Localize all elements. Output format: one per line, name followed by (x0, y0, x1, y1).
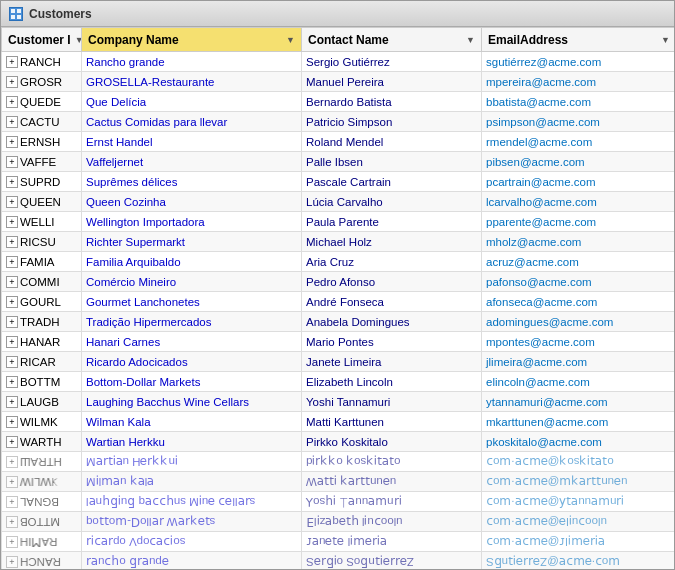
cell-company: GROSELLA-Restaurante (82, 72, 302, 92)
svg-rect-2 (11, 15, 15, 19)
cell-email: mpontes@acme.com (482, 332, 675, 352)
cell-contact: Paula Parente (302, 212, 482, 232)
svg-rect-1 (17, 9, 21, 13)
cell-email: pibsen@acme.com (482, 152, 675, 172)
table-body: +RANCHRancho grandeSergio Gutiérrezsguti… (2, 52, 675, 570)
cell-email: rmendel@acme.com (482, 132, 675, 152)
expand-button[interactable]: + (6, 236, 18, 248)
cell-id: +BOTTM (2, 372, 82, 392)
cell-company: Comércio Mineiro (82, 272, 302, 292)
cell-company: Ricardo Adocicados (82, 352, 302, 372)
cell-contact: Janete Limeira (302, 352, 482, 372)
cell-company: Cactus Comidas para llevar (82, 112, 302, 132)
cell-company: ɐlɐʞ uɐɯlᴉM (82, 472, 302, 492)
expand-button[interactable]: + (6, 256, 18, 268)
cell-email: pafonso@acme.com (482, 272, 675, 292)
cell-id: +RICAR (2, 352, 82, 372)
customers-table: Customer I ▼ Company Name ▼ Contact Name (1, 27, 674, 569)
table-row: +RANCHǝpuɐɹƃ oɥɔuɐɹZǝɹɹǝᴉʇnƃoS oᴉƃɹǝSɯoɔ… (2, 552, 675, 570)
col-header-email[interactable]: EmailAddress ▼ (482, 28, 675, 52)
cell-email: lcarvalho@acme.com (482, 192, 675, 212)
expand-button[interactable]: + (6, 396, 18, 408)
cell-id: +WARTH (2, 432, 82, 452)
cell-company: Familia Arquibaldo (82, 252, 302, 272)
table-row: +GOURLGourmet LanchonetesAndré Fonsecaaf… (2, 292, 675, 312)
cell-email: adomingues@acme.com (482, 312, 675, 332)
cell-contact: Bernardo Batista (302, 92, 482, 112)
cell-email: ɯoɔ·ǝɯɔɐ@ZǝɹɹǝᴉʇnƃS (482, 552, 675, 570)
expand-button[interactable]: + (6, 356, 18, 368)
table-row: +TRADHTradição HipermercadosAnabela Domi… (2, 312, 675, 332)
expand-button[interactable]: + (6, 436, 18, 448)
expand-button[interactable]: + (6, 376, 18, 388)
cell-email: ulooɔuᴉlǝ@ǝɯɔɐ·ɯoɔ (482, 512, 675, 532)
cell-id: +GROSR (2, 72, 82, 92)
expand-button[interactable]: + (6, 116, 18, 128)
cell-company: Bottom-Dollar Markets (82, 372, 302, 392)
cell-company: Queen Cozinha (82, 192, 302, 212)
cell-id: +HANAR (2, 332, 82, 352)
table-row: +MTTOBsʇǝʞɹɐW ɹɐlloᗡ-ɯoʇʇoqulooɔuᴉl ɥʇǝq… (2, 512, 675, 532)
cell-email: jlimeira@acme.com (482, 352, 675, 372)
expand-button[interactable]: + (6, 276, 18, 288)
cell-id: +COMMI (2, 272, 82, 292)
cell-id: +TRADH (2, 312, 82, 332)
window-title: Customers (29, 7, 92, 21)
expand-button[interactable]: + (6, 476, 18, 488)
table-row: +RAϺIHsoᴉɔɐɔopV opɹɐɔᴉɹɐᴉɹǝɯᴉl ǝʇǝuɐɾɐᴉɹ… (2, 532, 675, 552)
cell-company: Ernst Handel (82, 132, 302, 152)
cell-company: Tradição Hipermercados (82, 312, 302, 332)
expand-button[interactable]: + (6, 336, 18, 348)
cell-id: +RICSU (2, 232, 82, 252)
cell-id: +CACTU (2, 112, 82, 132)
expand-button[interactable]: + (6, 196, 18, 208)
cell-company: ᴉnʞʞɹǝH uɐᴉʇɹɐM (82, 452, 302, 472)
cell-email: psimpson@acme.com (482, 112, 675, 132)
expand-button[interactable]: + (6, 156, 18, 168)
cell-email: elincoln@acme.com (482, 372, 675, 392)
cell-contact: Lúcia Carvalho (302, 192, 482, 212)
data-table-container: Customer I ▼ Company Name ▼ Contact Name (1, 27, 674, 569)
col-sort-arrow-company: ▼ (286, 35, 295, 45)
cell-company: Richter Supermarkt (82, 232, 302, 252)
expand-button[interactable]: + (6, 296, 18, 308)
table-row: +GROSRGROSELLA-RestauranteManuel Pereira… (2, 72, 675, 92)
expand-button[interactable]: + (6, 516, 18, 528)
table-row: +QUEENQueen CozinhaLúcia Carvalholcarval… (2, 192, 675, 212)
expand-button[interactable]: + (6, 136, 18, 148)
expand-button[interactable]: + (6, 216, 18, 228)
cell-email: uǝunʇʇɹɐʞɯ@ǝɯɔɐ·ɯoɔ (482, 472, 675, 492)
svg-rect-0 (11, 9, 15, 13)
table-row: +ERNSHErnst HandelRoland Mendelrmendel@a… (2, 132, 675, 152)
cell-contact: Matti Karttunen (302, 412, 482, 432)
expand-button[interactable]: + (6, 496, 18, 508)
cell-email: pparente@acme.com (482, 212, 675, 232)
cell-id: +BGNAL (2, 492, 82, 512)
cell-email: ᴉɹnɯɐuuɐʇʎ@ǝɯɔɐ·ɯoɔ (482, 492, 675, 512)
cell-contact: Palle Ibsen (302, 152, 482, 172)
expand-button[interactable]: + (6, 556, 18, 568)
cell-company: Wartian Herkku (82, 432, 302, 452)
expand-button[interactable]: + (6, 316, 18, 328)
expand-button[interactable]: + (6, 176, 18, 188)
expand-button[interactable]: + (6, 536, 18, 548)
col-header-id[interactable]: Customer I ▼ (2, 28, 82, 52)
table-row: +WELLIWellington ImportadoraPaula Parent… (2, 212, 675, 232)
col-header-contact[interactable]: Contact Name ▼ (302, 28, 482, 52)
expand-button[interactable]: + (6, 56, 18, 68)
expand-button[interactable]: + (6, 96, 18, 108)
expand-button[interactable]: + (6, 456, 18, 468)
cell-email: afonseca@acme.com (482, 292, 675, 312)
col-header-company[interactable]: Company Name ▼ (82, 28, 302, 52)
table-row: +RICSURichter SupermarktMichael Holzmhol… (2, 232, 675, 252)
expand-button[interactable]: + (6, 416, 18, 428)
cell-id: +QUEDE (2, 92, 82, 112)
cell-id: +HТRAШ (2, 452, 82, 472)
title-bar: Customers (1, 1, 674, 27)
cell-email: bbatista@acme.com (482, 92, 675, 112)
cell-id: +FAMIA (2, 252, 82, 272)
cell-company: Suprêmes délices (82, 172, 302, 192)
table-row: +BOTTMBottom-Dollar MarketsElizabeth Lin… (2, 372, 675, 392)
expand-button[interactable]: + (6, 76, 18, 88)
cell-id: +WILMK (2, 412, 82, 432)
